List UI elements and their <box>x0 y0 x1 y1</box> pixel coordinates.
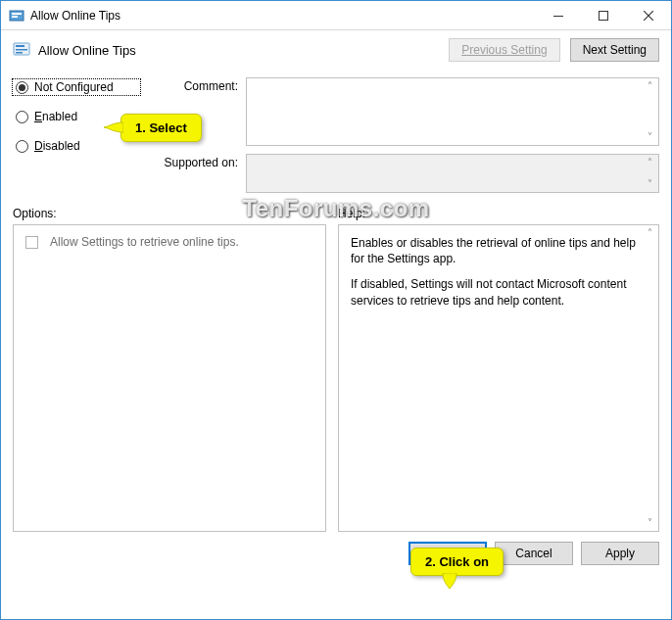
scroll-down-icon[interactable]: ˅ <box>643 130 657 144</box>
option-item-label: Allow Settings to retrieve online tips. <box>50 235 239 249</box>
svg-rect-1 <box>12 13 22 15</box>
option-checkbox <box>25 236 38 249</box>
radio-empty-icon <box>16 140 28 153</box>
svg-rect-2 <box>12 16 18 18</box>
annotation-label: 1. Select <box>135 120 187 135</box>
maximize-button[interactable] <box>581 1 626 30</box>
scroll-down-icon[interactable]: ˅ <box>643 516 657 530</box>
annotation-arrow-icon <box>104 120 123 134</box>
supported-on-textbox: ˄ ˅ <box>246 154 659 193</box>
policy-app-icon <box>9 8 24 24</box>
dialog-footer: OK Cancel Apply <box>13 542 659 565</box>
radio-not-configured[interactable]: Not Configured <box>13 79 140 95</box>
policy-title: Allow Online Tips <box>38 43 136 58</box>
radio-label: Not Configured <box>34 80 114 94</box>
svg-rect-4 <box>600 11 608 20</box>
scroll-up-icon[interactable]: ˄ <box>643 79 657 93</box>
help-paragraph: If disabled, Settings will not contact M… <box>351 276 647 308</box>
help-panel: Enables or disables the retrieval of onl… <box>338 224 659 532</box>
radio-label: Enabled <box>34 110 77 123</box>
supported-on-label: Supported on: <box>150 154 238 193</box>
titlebar: Allow Online Tips <box>1 1 671 30</box>
options-label: Options: <box>13 207 326 220</box>
annotation-arrow-icon <box>441 573 458 589</box>
options-panel: Allow Settings to retrieve online tips. <box>13 224 326 532</box>
radio-label: Disabled <box>34 139 80 153</box>
comment-textbox[interactable]: ˄ ˅ <box>246 77 659 146</box>
option-item: Allow Settings to retrieve online tips. <box>25 235 313 249</box>
next-setting-button[interactable]: Next Setting <box>570 38 659 62</box>
policy-header: Allow Online Tips Previous Setting Next … <box>13 38 659 62</box>
help-paragraph: Enables or disables the retrieval of onl… <box>351 235 647 266</box>
annotation-label: 2. Click on <box>425 554 489 569</box>
svg-rect-6 <box>16 45 24 47</box>
policy-icon <box>13 41 30 59</box>
apply-button[interactable]: Apply <box>581 542 659 565</box>
radio-empty-icon <box>16 111 28 123</box>
svg-rect-7 <box>16 49 27 51</box>
svg-rect-8 <box>16 52 23 54</box>
radio-dot-icon <box>16 81 28 94</box>
scroll-down-icon: ˅ <box>643 177 657 191</box>
minimize-button[interactable] <box>536 1 581 30</box>
scroll-up-icon: ˄ <box>643 156 657 169</box>
close-button[interactable] <box>626 1 671 30</box>
scroll-up-icon[interactable]: ˄ <box>643 226 657 240</box>
annotation-select: 1. Select <box>120 114 202 142</box>
annotation-click: 2. Click on <box>410 548 504 576</box>
svg-rect-3 <box>553 16 563 17</box>
previous-setting-button: Previous Setting <box>449 38 559 62</box>
cancel-button[interactable]: Cancel <box>495 542 573 565</box>
radio-disabled[interactable]: Disabled <box>13 138 140 154</box>
help-label: Help: <box>338 207 365 220</box>
window-title: Allow Online Tips <box>30 9 120 23</box>
